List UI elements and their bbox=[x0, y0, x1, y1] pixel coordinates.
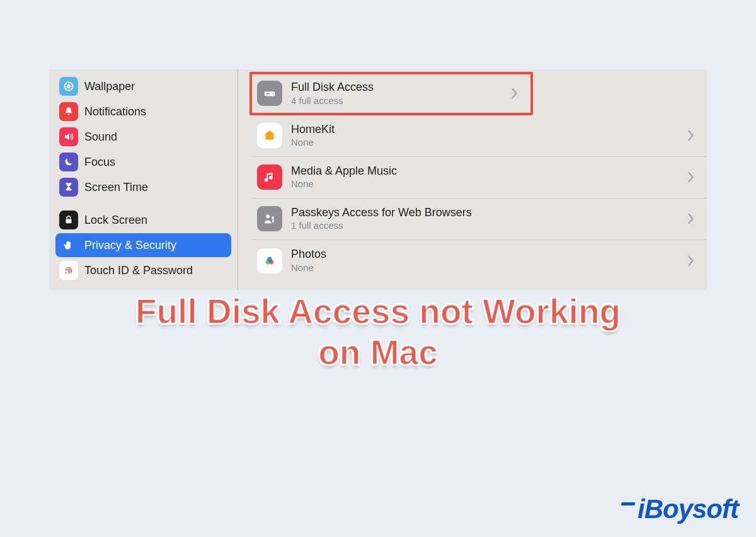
row-title: Photos bbox=[291, 248, 679, 262]
sidebar-item-label: Wallpaper bbox=[84, 77, 135, 96]
caption-line-2: on Mac bbox=[0, 332, 756, 373]
sidebar-item-label: Focus bbox=[84, 153, 115, 171]
svg-point-6 bbox=[266, 214, 270, 218]
chevron-right-icon bbox=[511, 88, 518, 99]
row-text: Media & Apple Music None bbox=[291, 165, 679, 190]
sidebar-item-privacy-security[interactable]: Privacy & Security bbox=[55, 233, 231, 257]
row-homekit[interactable]: HomeKit None bbox=[252, 115, 707, 157]
brand-accent-icon bbox=[621, 502, 636, 505]
sidebar-item-wallpaper[interactable]: Wallpaper bbox=[55, 74, 231, 98]
hand-icon bbox=[59, 236, 78, 255]
row-subtitle: None bbox=[291, 178, 679, 190]
svg-point-5 bbox=[273, 93, 274, 95]
caption-line-1: Full Disk Access not Working bbox=[0, 291, 756, 332]
row-subtitle: None bbox=[291, 137, 679, 148]
sidebar-item-label: Touch ID & Password bbox=[84, 261, 193, 280]
row-media-music[interactable]: Media & Apple Music None bbox=[252, 157, 707, 199]
sidebar-item-label: Notifications bbox=[84, 102, 146, 121]
chevron-right-icon bbox=[687, 130, 694, 141]
sidebar-item-label: Sound bbox=[84, 127, 117, 146]
row-subtitle: 4 full access bbox=[291, 95, 502, 107]
svg-rect-2 bbox=[66, 219, 72, 224]
passkey-icon bbox=[257, 206, 282, 231]
row-photos[interactable]: Photos None bbox=[252, 240, 707, 282]
moon-icon bbox=[59, 153, 78, 171]
sidebar-item-touchid[interactable]: Touch ID & Password bbox=[55, 258, 231, 282]
svg-point-11 bbox=[267, 257, 272, 261]
row-title: Media & Apple Music bbox=[291, 165, 679, 178]
row-text: Full Disk Access 4 full access bbox=[291, 81, 502, 107]
bell-icon bbox=[59, 102, 78, 121]
row-passkeys[interactable]: Passkeys Access for Web Browsers 1 full … bbox=[252, 199, 707, 240]
headline-caption: Full Disk Access not Working on Mac bbox=[0, 291, 756, 373]
brand-name: iBoysoft bbox=[638, 494, 738, 524]
svg-point-7 bbox=[272, 216, 274, 219]
chevron-right-icon bbox=[687, 255, 694, 267]
sidebar: Wallpaper Notifications Sound Focus bbox=[49, 69, 238, 290]
fingerprint-icon bbox=[59, 261, 78, 280]
privacy-settings-list: Full Disk Access 4 full access HomeKit N… bbox=[238, 69, 707, 290]
row-text: Photos None bbox=[291, 248, 679, 274]
sidebar-item-lockscreen[interactable]: Lock Screen bbox=[55, 208, 231, 232]
row-subtitle: None bbox=[291, 262, 679, 274]
disk-icon bbox=[257, 81, 282, 106]
chevron-right-icon bbox=[687, 213, 694, 224]
wallpaper-icon bbox=[59, 77, 78, 96]
speaker-icon bbox=[59, 127, 78, 146]
row-subtitle: 1 full access bbox=[291, 220, 679, 231]
sidebar-item-label: Lock Screen bbox=[84, 211, 147, 229]
music-icon bbox=[257, 165, 282, 190]
row-title: Full Disk Access bbox=[291, 81, 502, 95]
hourglass-icon bbox=[59, 178, 78, 197]
sidebar-item-sound[interactable]: Sound bbox=[55, 125, 231, 149]
row-text: Passkeys Access for Web Browsers 1 full … bbox=[291, 206, 679, 232]
sidebar-item-screentime[interactable]: Screen Time bbox=[55, 175, 231, 199]
photos-icon bbox=[257, 248, 282, 274]
row-text: HomeKit None bbox=[291, 123, 679, 149]
system-settings-window: Wallpaper Notifications Sound Focus bbox=[49, 69, 707, 290]
sidebar-item-focus[interactable]: Focus bbox=[55, 150, 231, 174]
chevron-right-icon bbox=[687, 171, 694, 183]
sidebar-group-1: Wallpaper Notifications Sound Focus bbox=[55, 74, 231, 199]
sidebar-item-notifications[interactable]: Notifications bbox=[55, 100, 231, 124]
lock-icon bbox=[59, 211, 78, 229]
svg-rect-4 bbox=[266, 93, 270, 95]
sidebar-item-label: Screen Time bbox=[84, 178, 148, 197]
row-title: HomeKit bbox=[291, 123, 679, 137]
sidebar-group-2: Lock Screen Privacy & Security Touch ID … bbox=[55, 208, 231, 282]
sidebar-item-label: Privacy & Security bbox=[84, 236, 176, 255]
brand-logo: iBoysoft bbox=[621, 494, 738, 524]
list: Full Disk Access 4 full access HomeKit N… bbox=[252, 72, 707, 282]
svg-point-1 bbox=[67, 85, 71, 88]
row-full-disk-access[interactable]: Full Disk Access 4 full access bbox=[249, 72, 533, 115]
home-icon bbox=[257, 123, 282, 148]
row-title: Passkeys Access for Web Browsers bbox=[291, 206, 679, 220]
